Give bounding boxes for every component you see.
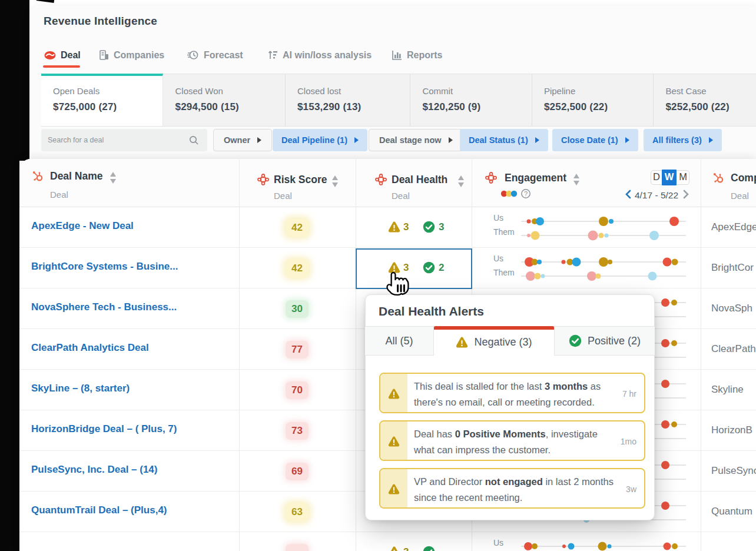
svg-text:?: ?	[524, 190, 528, 197]
